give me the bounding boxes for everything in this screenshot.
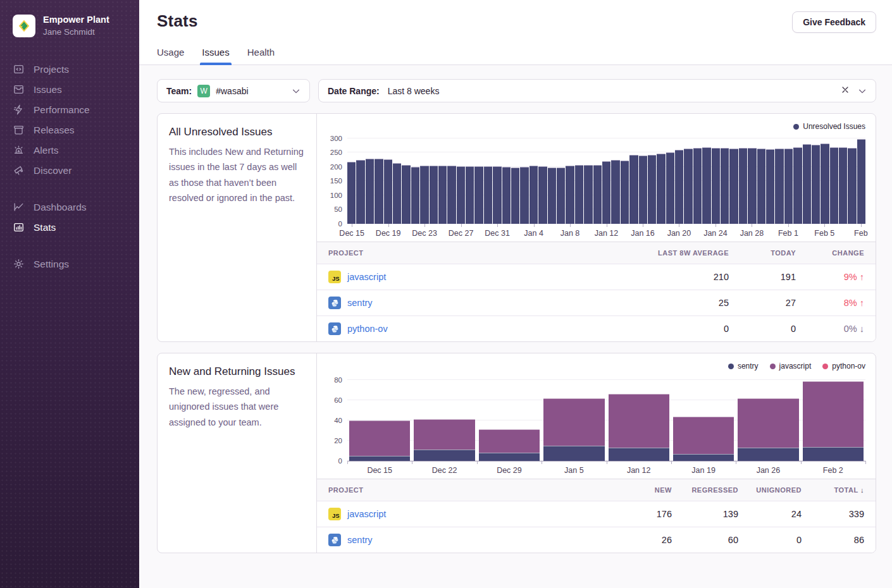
bar[interactable] <box>739 148 747 224</box>
bar[interactable] <box>757 149 765 224</box>
bar[interactable] <box>493 166 501 224</box>
bar[interactable] <box>393 163 401 224</box>
project-link-sentry[interactable]: sentry <box>347 298 373 308</box>
bar[interactable] <box>821 144 829 224</box>
bar[interactable] <box>566 166 574 224</box>
bar[interactable] <box>557 168 565 224</box>
stacked-bar[interactable] <box>803 381 864 461</box>
x-axis-tick: Dec 27 <box>449 229 474 238</box>
org-switcher[interactable]: Empower Plant Jane Schmidt <box>0 14 139 38</box>
sidebar-item-dashboards[interactable]: Dashboards <box>13 197 127 217</box>
bar[interactable] <box>648 155 656 224</box>
legend-item-javascript[interactable]: javascript <box>770 361 812 371</box>
bar[interactable] <box>839 147 847 224</box>
arrow-up-icon: ↑ <box>860 272 864 282</box>
bar[interactable] <box>520 167 528 224</box>
bar[interactable] <box>538 166 547 224</box>
bar[interactable] <box>457 166 465 224</box>
bar[interactable] <box>748 148 756 224</box>
sidebar-item-performance[interactable]: Performance <box>13 100 127 120</box>
bar[interactable] <box>857 139 865 224</box>
project-link-javascript[interactable]: javascript <box>347 272 386 282</box>
project-link-sentry[interactable]: sentry <box>347 535 373 545</box>
stacked-bar[interactable] <box>349 420 410 461</box>
bar[interactable] <box>575 165 583 224</box>
bar[interactable] <box>402 165 410 224</box>
stacked-bar[interactable] <box>479 429 540 461</box>
bar[interactable] <box>356 160 364 224</box>
y-axis: 050100150200250300 <box>323 135 347 224</box>
bar[interactable] <box>712 148 720 224</box>
sidebar-item-projects[interactable]: Projects <box>13 59 127 80</box>
bar[interactable] <box>629 155 638 224</box>
stacked-bar[interactable] <box>543 398 604 461</box>
bar[interactable] <box>830 147 838 224</box>
sidebar-item-settings[interactable]: Settings <box>13 254 127 274</box>
bar[interactable] <box>675 150 683 224</box>
bar[interactable] <box>548 168 556 224</box>
bar[interactable] <box>702 147 710 224</box>
tab-issues[interactable]: Issues <box>202 47 229 64</box>
bar[interactable] <box>484 166 492 224</box>
bar[interactable] <box>812 145 820 224</box>
bar[interactable] <box>420 166 428 224</box>
legend-item-sentry[interactable]: sentry <box>728 361 759 371</box>
bar[interactable] <box>502 167 511 224</box>
bar[interactable] <box>693 148 702 224</box>
bar[interactable] <box>584 165 592 224</box>
clear-date-range-icon[interactable] <box>838 84 852 97</box>
bar[interactable] <box>474 166 483 224</box>
give-feedback-button[interactable]: Give Feedback <box>792 11 876 33</box>
bar[interactable] <box>366 159 374 224</box>
table-cell: 0 <box>738 535 802 545</box>
bar[interactable] <box>784 149 793 224</box>
sidebar-item-issues[interactable]: Issues <box>13 80 127 100</box>
stacked-bar[interactable] <box>414 419 474 461</box>
bar[interactable] <box>766 149 774 224</box>
bar[interactable] <box>347 162 356 224</box>
sidebar-item-stats[interactable]: Stats <box>13 217 127 238</box>
sidebar-item-releases[interactable]: Releases <box>13 120 127 140</box>
sidebar-item-alerts[interactable]: Alerts <box>13 140 127 161</box>
bar[interactable] <box>721 148 729 224</box>
legend-item-python-ov[interactable]: python-ov <box>822 361 865 371</box>
tab-health[interactable]: Health <box>247 47 275 64</box>
project-link-javascript[interactable]: javascript <box>347 509 386 519</box>
project-link-python-ov[interactable]: python-ov <box>347 324 388 334</box>
bar[interactable] <box>438 166 447 224</box>
bar[interactable] <box>430 166 438 224</box>
bar[interactable] <box>530 166 538 224</box>
bar[interactable] <box>666 152 674 224</box>
stacked-bar[interactable] <box>609 394 669 461</box>
bar[interactable] <box>447 166 455 224</box>
date-range-filter[interactable]: Date Range: Last 8 weeks <box>318 79 876 102</box>
tab-usage[interactable]: Usage <box>157 47 184 64</box>
sidebar-item-label: Performance <box>34 104 90 116</box>
table-row: sentry2660086 <box>317 527 876 553</box>
bar[interactable] <box>384 159 392 224</box>
legend-item-unresolved-issues[interactable]: Unresolved Issues <box>793 121 865 132</box>
bar[interactable] <box>684 149 692 224</box>
bar[interactable] <box>593 165 602 224</box>
bar[interactable] <box>639 156 647 224</box>
bar[interactable] <box>375 159 383 224</box>
table-header-total[interactable]: TOTAL ↓ <box>802 486 864 494</box>
bar[interactable] <box>511 168 519 224</box>
bar[interactable] <box>611 160 619 224</box>
bar[interactable] <box>803 144 811 224</box>
chevron-down-icon <box>858 87 867 95</box>
bar[interactable] <box>657 154 665 224</box>
bar[interactable] <box>729 149 738 224</box>
stacked-bar[interactable] <box>673 417 734 461</box>
bar[interactable] <box>621 161 629 224</box>
bar[interactable] <box>793 147 802 224</box>
y-axis-tick: 40 <box>334 417 342 424</box>
stacked-bar[interactable] <box>738 398 798 461</box>
team-filter[interactable]: Team: W #wasabi <box>157 79 310 102</box>
bar[interactable] <box>466 166 474 224</box>
bar[interactable] <box>411 167 419 224</box>
bar[interactable] <box>775 149 783 224</box>
bar[interactable] <box>848 148 856 224</box>
bar[interactable] <box>602 161 610 224</box>
sidebar-item-discover[interactable]: Discover <box>13 161 127 181</box>
